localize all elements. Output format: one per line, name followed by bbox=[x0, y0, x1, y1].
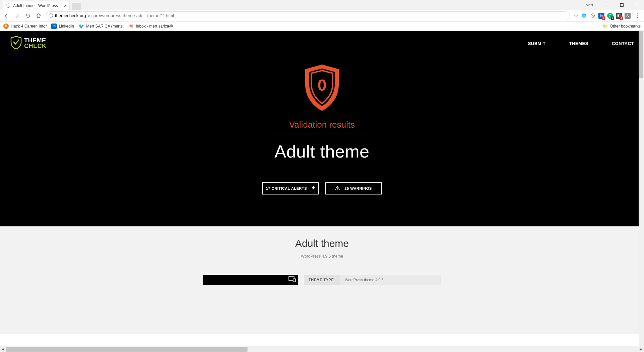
bookmark-label: Mert SARICA (merts: bbox=[86, 24, 124, 29]
warnings-label: 25 WARNINGS bbox=[344, 186, 372, 190]
hero-section: THEME CHECK SUBMIT THEMES CONTACT 0 Vali… bbox=[0, 31, 644, 226]
bookmark-star-icon[interactable]: ☆ bbox=[574, 12, 578, 19]
score-shield-icon: 0 bbox=[302, 63, 342, 114]
vertical-scrollbar[interactable] bbox=[639, 31, 644, 346]
theme-preview bbox=[203, 275, 298, 285]
scroll-right-arrow-icon[interactable]: ▶ bbox=[638, 346, 644, 352]
extension-grammarly-icon[interactable]: G1 bbox=[607, 13, 613, 19]
bookmark-item[interactable]: H Hack 4 Career. Infor bbox=[3, 24, 47, 29]
bookmark-favicon-icon: H bbox=[3, 24, 9, 29]
extension-noscript-icon[interactable]: S bbox=[625, 13, 631, 19]
home-button[interactable] bbox=[35, 12, 42, 19]
bookmark-item[interactable]: in LinkedIn bbox=[51, 24, 74, 29]
folder-icon: 📁 bbox=[603, 24, 608, 29]
new-tab-button[interactable] bbox=[72, 3, 81, 10]
other-bookmarks-label: Other bookmarks bbox=[610, 24, 641, 29]
critical-alerts-label: 17 CRITICAL ALERTS bbox=[266, 186, 307, 190]
site-logo[interactable]: THEME CHECK bbox=[10, 36, 47, 51]
critical-alerts-button[interactable]: 17 CRITICAL ALERTS bbox=[262, 182, 319, 194]
page-viewport: THEME CHECK SUBMIT THEMES CONTACT 0 Vali… bbox=[0, 31, 644, 346]
flash-icon bbox=[312, 186, 315, 191]
chrome-profile-label[interactable]: Mert bbox=[586, 3, 593, 7]
nav-themes[interactable]: THEMES bbox=[569, 41, 588, 46]
extension-ublock-icon[interactable]: ◧4 bbox=[616, 13, 622, 19]
theme-type-key: THEME TYPE bbox=[304, 275, 340, 285]
extension-globe-icon[interactable]: 🌐 bbox=[581, 13, 587, 19]
forward-button[interactable] bbox=[13, 12, 21, 19]
extension-block-icon[interactable]: 🚫 bbox=[590, 13, 596, 19]
bookmark-favicon-icon: 🐦 bbox=[79, 24, 84, 29]
bookmark-label: Inbox - mert.sarica@ bbox=[136, 24, 173, 29]
url-host: themecheck.org bbox=[55, 13, 86, 18]
tab-title: Adult theme - WordPress bbox=[13, 3, 62, 8]
window-maximize-button[interactable] bbox=[614, 0, 629, 10]
scroll-left-arrow-icon[interactable]: ◀ bbox=[0, 346, 6, 352]
theme-type-value: WordPress theme 4.9.6 bbox=[340, 275, 441, 285]
bookmark-item[interactable]: M Inbox - mert.sarica@ bbox=[128, 24, 173, 29]
tab-close-icon[interactable]: × bbox=[64, 3, 67, 8]
bookmark-label: Hack 4 Career. Infor bbox=[11, 24, 47, 29]
other-bookmarks-button[interactable]: 📁 Other bookmarks bbox=[603, 24, 641, 29]
url-input[interactable]: ⓘ themecheck.org/score/wordpress-theme-a… bbox=[46, 11, 570, 20]
svg-point-5 bbox=[337, 189, 338, 190]
theme-title: Adult theme bbox=[221, 141, 423, 162]
nav-contact[interactable]: CONTACT bbox=[612, 41, 634, 46]
tab-strip: Adult theme - WordPress × Mert bbox=[0, 0, 644, 10]
reload-button[interactable] bbox=[24, 12, 32, 19]
hero-content: 0 Validation results Adult theme 17 CRIT… bbox=[221, 63, 423, 194]
bookmark-label: LinkedIn bbox=[59, 24, 74, 29]
horizontal-scrollbar[interactable]: ◀ ▶ bbox=[0, 346, 644, 352]
chrome-menu-icon[interactable]: ⋮ bbox=[633, 12, 641, 19]
validation-results-label: Validation results bbox=[221, 120, 423, 130]
address-bar: ⓘ themecheck.org/score/wordpress-theme-a… bbox=[0, 10, 644, 21]
main-nav: SUBMIT THEMES CONTACT bbox=[528, 41, 634, 46]
warnings-button[interactable]: 25 WARNINGS bbox=[325, 182, 382, 194]
url-path: /score/wordpress-theme-adult-theme(1).ht… bbox=[88, 13, 174, 18]
window-minimize-button[interactable] bbox=[600, 0, 614, 10]
svg-rect-1 bbox=[621, 4, 624, 7]
site-header: THEME CHECK SUBMIT THEMES CONTACT bbox=[0, 31, 644, 56]
divider bbox=[272, 135, 372, 135]
scrollbar-thumb[interactable] bbox=[6, 347, 248, 352]
back-button[interactable] bbox=[3, 12, 10, 19]
window-close-button[interactable] bbox=[629, 0, 644, 10]
scrollbar-track[interactable] bbox=[6, 346, 638, 352]
warning-icon bbox=[335, 186, 340, 191]
details-heading: Adult theme bbox=[0, 238, 644, 249]
site-info-icon[interactable]: ⓘ bbox=[49, 13, 53, 19]
bookmark-favicon-icon: M bbox=[128, 24, 134, 29]
logo-shield-icon bbox=[10, 36, 22, 51]
bookmarks-bar: H Hack 4 Career. Infor in LinkedIn 🐦 Mer… bbox=[0, 21, 644, 31]
bookmark-favicon-icon: in bbox=[51, 24, 57, 29]
extension-linkedin-icon[interactable]: in1 bbox=[598, 13, 604, 19]
svg-rect-7 bbox=[293, 279, 296, 282]
bookmark-item[interactable]: 🐦 Mert SARICA (merts: bbox=[79, 24, 124, 29]
logo-text-2: CHECK bbox=[24, 43, 47, 49]
tab-favicon-shield-icon bbox=[6, 3, 11, 8]
details-subtitle: WordPress 4.9.6 theme bbox=[0, 254, 644, 259]
scrollbar-thumb[interactable] bbox=[639, 31, 643, 78]
browser-tab[interactable]: Adult theme - WordPress × bbox=[3, 1, 70, 10]
details-section: Adult theme WordPress 4.9.6 theme THEME … bbox=[0, 226, 644, 334]
nav-submit[interactable]: SUBMIT bbox=[528, 41, 546, 46]
score-value: 0 bbox=[318, 76, 327, 94]
device-icon bbox=[288, 276, 296, 283]
